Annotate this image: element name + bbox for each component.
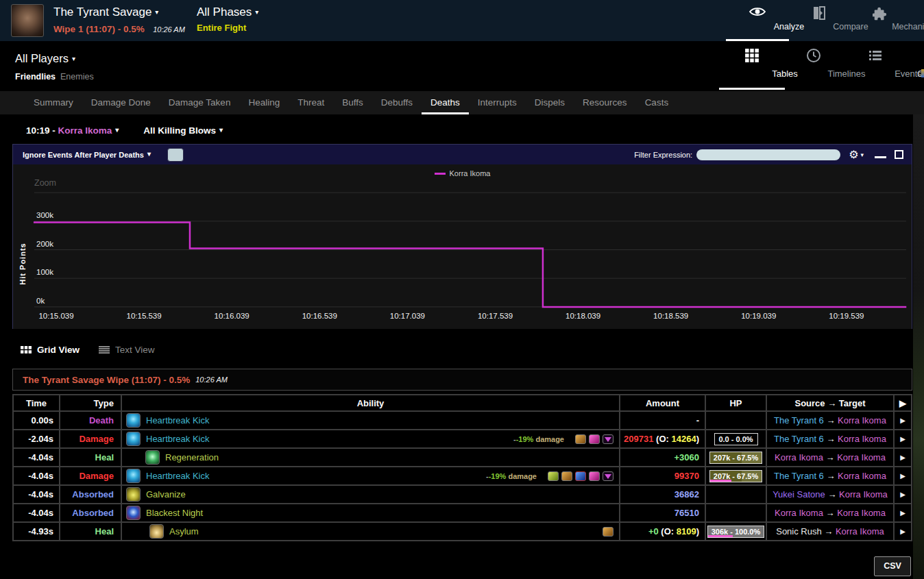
- csv-export-button[interactable]: CSV: [874, 556, 911, 576]
- ignore-deaths-checkbox[interactable]: [167, 148, 184, 162]
- tab-deaths[interactable]: Deaths: [422, 91, 469, 114]
- event-time: 0.00s: [13, 411, 60, 430]
- filter-expression-input[interactable]: [696, 149, 840, 160]
- expand-row-button[interactable]: ▶: [894, 504, 912, 522]
- gear-icon[interactable]: ⚙: [849, 149, 858, 160]
- friendlies-toggle[interactable]: Friendlies: [15, 72, 56, 82]
- fight-selector[interactable]: The Tyrant Savage▾: [53, 5, 158, 19]
- col-amount[interactable]: Amount: [620, 395, 705, 411]
- ability-name[interactable]: Heartbreak Kick: [146, 471, 209, 481]
- event-source[interactable]: Yukei Satone: [773, 489, 825, 500]
- buff-gold-icon[interactable]: [603, 527, 613, 537]
- maximize-icon[interactable]: [895, 150, 903, 159]
- svg-text:10:15.539: 10:15.539: [127, 312, 162, 320]
- blackest-night-ability-icon[interactable]: [126, 506, 141, 520]
- event-source[interactable]: The Tyrant 6: [774, 434, 824, 444]
- table-title-bar: The Tyrant Savage Wipe (11:07) - 0.5% 10…: [12, 369, 912, 391]
- heartbreak-kick-ability-icon[interactable]: [126, 432, 141, 446]
- ability-name[interactable]: Heartbreak Kick: [146, 415, 209, 426]
- svg-text:10:17.039: 10:17.039: [390, 312, 425, 320]
- event-amount: +0: [648, 526, 659, 537]
- event-target[interactable]: Korra Ikoma: [838, 471, 886, 481]
- nav-analyze[interactable]: Analyze: [726, 0, 789, 41]
- expand-row-button[interactable]: ▶: [894, 448, 912, 467]
- chart-window-header: Ignore Events After Player Deaths▾ Filte…: [13, 145, 912, 164]
- enemies-toggle[interactable]: Enemies: [60, 72, 94, 82]
- table-row: -2.04s Damage Heartbreak Kick --19% dama…: [13, 430, 912, 448]
- tab-dispels[interactable]: Dispels: [526, 91, 574, 114]
- tab-damage-taken[interactable]: Damage Taken: [160, 91, 240, 114]
- heartbreak-kick-ability-icon[interactable]: [126, 469, 141, 483]
- ability-name[interactable]: Galvanize: [146, 489, 186, 500]
- viewtab-timelines[interactable]: Timelines: [781, 41, 847, 91]
- event-target[interactable]: Korra Ikoma: [836, 526, 884, 537]
- ability-name[interactable]: Blackest Night: [146, 508, 203, 518]
- galvanize-ability-icon[interactable]: [126, 487, 141, 502]
- hp-line-chart[interactable]: 0k100k200k300k10:15.03910:15.53910:16.03…: [13, 184, 911, 325]
- ignore-deaths-dropdown[interactable]: Ignore Events After Player Deaths▾: [23, 150, 151, 159]
- ability-name[interactable]: Heartbreak Kick: [146, 434, 209, 444]
- tab-casts[interactable]: Casts: [636, 91, 678, 114]
- buff-triangle-icon[interactable]: [603, 471, 613, 481]
- regeneration-ability-icon[interactable]: [145, 450, 160, 465]
- tab-resources[interactable]: Resources: [574, 91, 636, 114]
- event-target[interactable]: Korra Ikoma: [838, 415, 886, 426]
- phase-selector[interactable]: All Phases▾: [197, 5, 258, 19]
- table-row: -4.93s Heal Asylum +0 (O: 8109) 306k - 1…: [13, 522, 912, 541]
- expand-row-button[interactable]: ▶: [894, 430, 912, 448]
- text-view-label: Text View: [115, 345, 155, 355]
- event-target[interactable]: Korra Ikoma: [837, 452, 886, 463]
- heartbreak-kick-ability-icon[interactable]: [126, 413, 141, 428]
- players-selector[interactable]: All Players▾: [15, 52, 75, 65]
- event-target[interactable]: Korra Ikoma: [837, 508, 886, 518]
- nav-mechanics[interactable]: Mechanics: [849, 0, 912, 41]
- event-target[interactable]: Korra Ikoma: [838, 434, 886, 444]
- tab-damage-done[interactable]: Damage Done: [82, 91, 160, 114]
- ability-name[interactable]: Asylum: [169, 526, 199, 537]
- text-view-toggle[interactable]: Text View: [99, 345, 155, 355]
- tab-debuffs[interactable]: Debuffs: [372, 91, 422, 114]
- buff-triangle-icon[interactable]: [603, 434, 613, 444]
- viewtab-tables[interactable]: Tables: [719, 41, 785, 91]
- tab-summary[interactable]: Summary: [25, 91, 82, 114]
- event-source[interactable]: The Tyrant 6: [774, 471, 824, 481]
- event-source[interactable]: Sonic Rush: [776, 526, 821, 537]
- chevron-down-icon[interactable]: ▾: [860, 151, 864, 158]
- chart-legend[interactable]: Korra Ikoma: [13, 169, 912, 177]
- expand-row-button[interactable]: ▶: [894, 411, 912, 430]
- expand-row-button[interactable]: ▶: [894, 522, 912, 541]
- event-source[interactable]: Korra Ikoma: [775, 452, 823, 463]
- tab-interrupts[interactable]: Interrupts: [469, 91, 526, 114]
- grid-view-toggle[interactable]: Grid View: [21, 345, 80, 355]
- col-hp[interactable]: HP: [705, 395, 766, 411]
- buff-pink-icon[interactable]: [589, 434, 600, 444]
- col-source-target[interactable]: Source → Target: [766, 395, 894, 411]
- nav-compare[interactable]: Compare: [788, 0, 851, 41]
- col-type[interactable]: Type: [60, 395, 121, 411]
- killing-blows-selector[interactable]: All Killing Blows▾: [143, 125, 223, 136]
- col-ability[interactable]: Ability: [121, 395, 620, 411]
- col-time[interactable]: Time: [13, 395, 60, 411]
- asylum-ability-icon[interactable]: [149, 524, 164, 539]
- buff-pink-icon[interactable]: [589, 471, 600, 481]
- tab-buffs[interactable]: Buffs: [333, 91, 372, 114]
- event-source[interactable]: The Tyrant 6: [774, 415, 824, 426]
- buff-gold-icon[interactable]: [575, 434, 586, 444]
- expand-row-button[interactable]: ▶: [894, 467, 912, 485]
- buff-gold-icon[interactable]: [561, 471, 572, 481]
- death-selector[interactable]: 10:19 - Korra Ikoma▾: [26, 125, 119, 136]
- buff-green-icon[interactable]: [548, 471, 559, 481]
- fight-subtitle: Wipe 1 (11:07) - 0.5% 10:26 AM: [53, 23, 185, 35]
- fight-time: 10:26 AM: [153, 25, 185, 34]
- buff-blue-icon[interactable]: [575, 471, 586, 481]
- tab-threat[interactable]: Threat: [289, 91, 333, 114]
- ability-name[interactable]: Regeneration: [165, 452, 219, 463]
- chevron-down-icon: ▾: [255, 8, 258, 16]
- expand-row-button[interactable]: ▶: [894, 485, 912, 504]
- tab-healing[interactable]: Healing: [239, 91, 289, 114]
- boss-avatar[interactable]: [11, 4, 44, 37]
- event-source[interactable]: Korra Ikoma: [775, 508, 823, 518]
- viewtab-events[interactable]: Events: [842, 41, 908, 91]
- minimize-icon[interactable]: [875, 156, 886, 158]
- event-target[interactable]: Korra Ikoma: [839, 489, 888, 500]
